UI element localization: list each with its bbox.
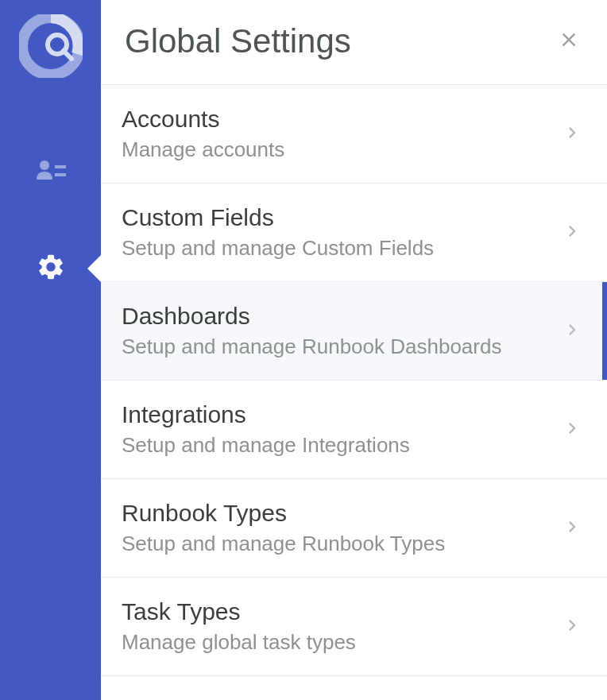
settings-item-text: Integrations Setup and manage Integratio…	[122, 401, 410, 458]
sidebar	[0, 0, 101, 700]
settings-item-accounts[interactable]: Accounts Manage accounts	[101, 85, 607, 184]
main-panel: Global Settings Accounts Manage accounts…	[101, 0, 607, 700]
settings-item-title: Accounts	[122, 106, 284, 133]
settings-item-description: Setup and manage Integrations	[122, 433, 410, 458]
close-button[interactable]	[555, 27, 583, 56]
settings-item-text: Dashboards Setup and manage Runbook Dash…	[122, 303, 501, 359]
svg-point-3	[40, 160, 49, 170]
settings-item-description: Setup and manage Runbook Dashboards	[122, 335, 501, 359]
settings-item-dashboards[interactable]: Dashboards Setup and manage Runbook Dash…	[101, 282, 607, 381]
settings-item-runbook-types[interactable]: Runbook Types Setup and manage Runbook T…	[101, 479, 607, 578]
svg-rect-5	[55, 173, 66, 176]
settings-item-task-types[interactable]: Task Types Manage global task types	[101, 578, 607, 676]
close-icon	[558, 29, 580, 54]
settings-item-text: Custom Fields Setup and manage Custom Fi…	[122, 204, 434, 261]
page-title: Global Settings	[125, 22, 351, 60]
settings-item-text: Runbook Types Setup and manage Runbook T…	[122, 500, 445, 556]
chevron-right-icon	[561, 417, 583, 443]
settings-item-custom-fields[interactable]: Custom Fields Setup and manage Custom Fi…	[101, 184, 607, 282]
svg-rect-4	[55, 165, 66, 168]
chevron-right-icon	[561, 614, 583, 640]
settings-item-description: Setup and manage Custom Fields	[122, 236, 434, 261]
panel-header: Global Settings	[101, 0, 607, 85]
settings-item-description: Setup and manage Runbook Types	[122, 532, 445, 556]
settings-item-description: Manage global task types	[122, 630, 356, 655]
chevron-right-icon	[561, 122, 583, 147]
chevron-right-icon	[561, 319, 583, 344]
sidebar-item-users[interactable]	[0, 126, 101, 221]
settings-item-title: Task Types	[122, 598, 356, 625]
settings-item-title: Integrations	[122, 401, 410, 428]
chevron-right-icon	[561, 516, 583, 541]
sidebar-item-settings[interactable]	[0, 221, 101, 316]
settings-item-title: Dashboards	[122, 303, 501, 330]
settings-item-title: Custom Fields	[122, 204, 434, 231]
svg-line-2	[64, 51, 72, 59]
user-list-icon	[33, 154, 68, 192]
gear-icon	[36, 252, 66, 285]
settings-list: Accounts Manage accounts Custom Fields S…	[101, 85, 607, 700]
settings-item-description: Manage accounts	[122, 137, 284, 162]
settings-item-text: Task Types Manage global task types	[122, 598, 356, 655]
app-logo	[19, 14, 83, 78]
settings-item-title: Runbook Types	[122, 500, 445, 527]
chevron-right-icon	[561, 220, 583, 246]
settings-item-text: Accounts Manage accounts	[122, 106, 284, 162]
settings-item-integrations[interactable]: Integrations Setup and manage Integratio…	[101, 381, 607, 479]
